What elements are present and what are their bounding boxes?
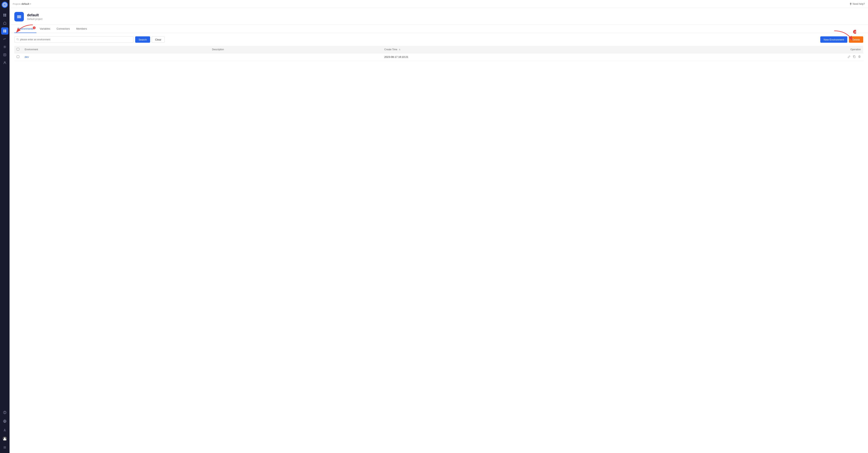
clear-button[interactable]: Clear — [152, 36, 165, 43]
project-info: default Default project — [27, 13, 42, 21]
search-input[interactable] — [20, 38, 131, 41]
tab-environments-label: Environments — [18, 27, 33, 30]
row-checkbox[interactable] — [17, 56, 19, 58]
need-help-label: Need help? — [853, 3, 865, 5]
svg-rect-10 — [5, 31, 6, 32]
row-description — [210, 53, 382, 61]
tab-connectors[interactable]: Connectors — [54, 25, 73, 33]
search-button[interactable]: Search — [135, 36, 150, 43]
main-content: Projects default ▾ Need help? — [9, 0, 868, 453]
delete-button[interactable]: Delete — [849, 36, 863, 43]
row-environment: dev — [22, 53, 210, 61]
edit-icon[interactable] — [848, 55, 850, 59]
sidebar-item-grid[interactable] — [1, 11, 8, 19]
tab-variables[interactable]: Variables — [36, 25, 53, 33]
select-all-checkbox[interactable] — [17, 48, 19, 51]
svg-point-15 — [5, 413, 5, 414]
environments-table-container: Environment Description Create Time ⇅ Op… — [9, 46, 868, 61]
svg-rect-7 — [3, 30, 5, 31]
location-icon — [849, 3, 852, 5]
sidebar-item-plugin[interactable] — [1, 51, 8, 58]
sidebar-item-account[interactable] — [1, 435, 8, 442]
delete-row-icon[interactable] — [858, 55, 861, 59]
project-header: default Default project — [9, 8, 868, 25]
sort-icon: ⇅ — [399, 48, 400, 51]
col-operation: Operation — [679, 46, 863, 53]
svg-rect-5 — [3, 15, 5, 17]
svg-rect-8 — [5, 30, 6, 31]
table-header-row: Environment Description Create Time ⇅ Op… — [14, 46, 863, 53]
project-title: default — [27, 13, 42, 17]
page-content: default Default project Environments 1 V… — [9, 8, 868, 453]
col-description: Description — [210, 46, 382, 53]
row-checkbox-cell — [14, 53, 22, 61]
tab-environments[interactable]: Environments 1 — [14, 25, 36, 33]
svg-rect-22 — [17, 18, 21, 18]
app-logo[interactable] — [2, 2, 8, 8]
tab-connectors-label: Connectors — [57, 27, 70, 30]
tab-members-label: Members — [76, 27, 87, 30]
new-environment-button[interactable]: New Environment — [820, 36, 847, 43]
svg-rect-4 — [5, 14, 6, 15]
sidebar-item-chart[interactable] — [1, 35, 8, 42]
svg-rect-3 — [3, 14, 5, 15]
svg-rect-9 — [3, 31, 5, 32]
layers-icon — [16, 14, 22, 20]
tab-members[interactable]: Members — [73, 25, 90, 33]
svg-rect-24 — [854, 56, 855, 58]
sidebar-item-globe[interactable] — [1, 418, 8, 425]
project-avatar — [14, 12, 24, 22]
search-icon — [17, 38, 19, 41]
sidebar-item-home[interactable] — [1, 20, 8, 27]
svg-point-13 — [4, 62, 5, 63]
svg-point-19 — [850, 3, 851, 4]
sidebar-item-apps[interactable] — [1, 27, 8, 35]
sidebar-item-settings[interactable] — [1, 43, 8, 51]
row-operations — [679, 53, 863, 61]
topbar: Projects default ▾ Need help? — [9, 0, 868, 8]
environment-link[interactable]: dev — [25, 56, 29, 58]
search-box — [14, 36, 133, 43]
sidebar-item-menu[interactable] — [1, 444, 8, 451]
dropdown-icon: ▾ — [30, 3, 31, 5]
svg-rect-6 — [5, 15, 6, 17]
col-checkbox — [14, 46, 22, 53]
svg-rect-21 — [17, 17, 21, 17]
sidebar-item-user[interactable] — [1, 59, 8, 66]
need-help-link[interactable]: Need help? — [849, 3, 865, 5]
breadcrumb: Projects default ▾ — [13, 2, 31, 5]
col-create-time[interactable]: Create Time ⇅ — [382, 46, 679, 53]
tabs-bar: Environments 1 Variables Connectors Memb… — [9, 25, 868, 33]
tab-variables-label: Variables — [39, 27, 50, 30]
sidebar-item-help[interactable] — [1, 409, 8, 416]
environments-table: Environment Description Create Time ⇅ Op… — [14, 46, 863, 61]
project-description: Default project — [27, 18, 42, 21]
row-create-time: 2023-08-17 16:10:21 — [382, 53, 679, 61]
tab-environments-badge: 1 — [33, 26, 36, 29]
projects-label: Projects — [13, 3, 21, 5]
toolbar: Search Clear New Environment Delete — [9, 33, 868, 46]
sidebar-item-download[interactable] — [1, 426, 8, 433]
project-name-dropdown[interactable]: default ▾ — [22, 2, 31, 5]
col-environment: Environment — [22, 46, 210, 53]
copy-icon[interactable] — [853, 55, 856, 59]
svg-rect-20 — [17, 15, 21, 16]
svg-point-23 — [17, 38, 18, 40]
svg-point-11 — [4, 46, 5, 47]
table-row: dev 2023-08-17 16:10:21 — [14, 53, 863, 61]
sidebar — [0, 0, 9, 453]
